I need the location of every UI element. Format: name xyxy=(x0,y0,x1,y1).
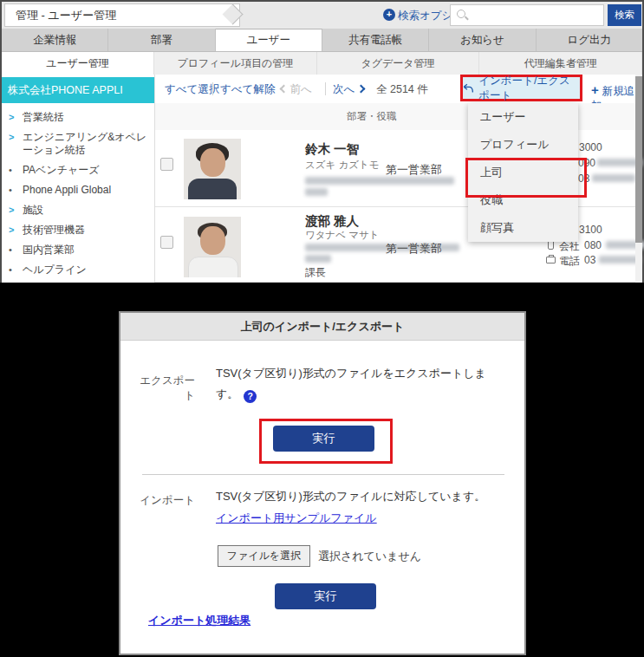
clear-all-link[interactable]: すべて解除 xyxy=(220,82,275,97)
sidebar-item-label: ヘルプライン xyxy=(23,263,87,276)
import-description: TSV(タブ区切り)形式のファイルに対応しています。 xyxy=(216,486,515,507)
sidebar-item-pa-ventures[interactable]: • PAベンチャーズ xyxy=(2,160,154,180)
reply-arrow-icon xyxy=(463,82,473,94)
subtab-tag-data[interactable]: タグデータ管理 xyxy=(317,52,480,75)
export-description: TSV(タブ区切り)形式のファイルをエクスポートします。? xyxy=(216,363,491,405)
plus-icon: + xyxy=(591,82,599,97)
import-export-modal: 上司のインポート/エクスポート エクスポート TSV(タブ区切り)形式のファイル… xyxy=(119,311,526,655)
bullet-icon: • xyxy=(9,263,12,276)
dropdown-item-profile[interactable]: プロフィール xyxy=(468,131,578,159)
modal-title: 上司のインポート/エクスポート xyxy=(120,313,524,341)
redacted-email xyxy=(305,255,331,263)
import-run-button[interactable]: 実行 xyxy=(275,583,376,609)
sidebar-item-label: Phone Appli Global xyxy=(23,184,111,196)
prev-page-button[interactable]: 前へ xyxy=(281,82,312,97)
divider xyxy=(212,82,213,95)
sidebar-item-label: エンジニアリング&オペレーション統括 xyxy=(23,131,146,156)
user-job-title: 課長 xyxy=(305,265,326,280)
extension-number: 3000 xyxy=(579,141,602,153)
sidebar-item-domestic-sales[interactable]: • 国内営業部 xyxy=(2,240,154,260)
sub-tab-bar: ユーザー管理 プロフィール項目の管理 タグデータ管理 代理編集者管理 xyxy=(2,52,642,75)
chevron-icon: > xyxy=(9,131,14,144)
export-run-button-highlight xyxy=(259,419,393,464)
sidebar-item-engineering[interactable]: > エンジニアリング&オペレーション統括 xyxy=(2,127,154,160)
main-tab-bar: 企業情報 部署 ユーザー 共有電話帳 お知らせ ログ出力 xyxy=(2,29,642,52)
column-dept-title: 部署・役職 xyxy=(347,110,397,123)
search-input[interactable] xyxy=(450,4,604,26)
export-section-label: エクスポート xyxy=(129,374,195,403)
user-photo xyxy=(184,139,241,199)
section-divider xyxy=(142,474,504,475)
row-checkbox[interactable] xyxy=(160,236,173,249)
tab-logout[interactable]: ログ出力 xyxy=(537,29,642,51)
subtab-user-management[interactable]: ユーザー管理 xyxy=(2,52,154,75)
list-toolbar: すべて選択 すべて解除 前へ 次へ 全 2514 件 インポート/エクスポート … xyxy=(155,75,642,103)
redacted-email xyxy=(305,188,328,196)
tab-shared-phonebook[interactable]: 共有電話帳 xyxy=(322,29,429,51)
divider xyxy=(325,82,326,95)
screenshot-stage: 管理 - ユーザー管理 + 検索オプション 検索 企業情報 部署 ユーザー 共有… xyxy=(0,0,644,657)
import-section-label: インポート xyxy=(129,493,195,508)
chevron-icon: > xyxy=(9,224,14,237)
bullet-icon: • xyxy=(9,164,12,177)
next-page-button[interactable]: 次へ xyxy=(333,82,364,97)
fax-icon xyxy=(546,257,556,263)
tab-department[interactable]: 部署 xyxy=(108,29,215,51)
extension-number: 3100 xyxy=(579,224,602,236)
row-separator xyxy=(155,282,642,283)
sidebar-item-equipment[interactable]: > 技術管理機器 xyxy=(2,220,154,240)
row-checkbox[interactable] xyxy=(160,158,173,171)
user-name[interactable]: 渡部 雅人 xyxy=(305,213,359,230)
sidebar-item-facilities[interactable]: > 施設 xyxy=(2,200,154,220)
subtab-profile-items[interactable]: プロフィール項目の管理 xyxy=(154,52,317,75)
chevron-icon: > xyxy=(9,111,14,124)
search-icon xyxy=(457,10,465,18)
tab-company-info[interactable]: 企業情報 xyxy=(2,29,108,51)
sample-file-link[interactable]: インポート用サンプルファイル xyxy=(216,511,377,526)
import-export-button[interactable]: インポート/エクスポート xyxy=(478,74,580,103)
select-all-link[interactable]: すべて選択 xyxy=(165,82,219,97)
supervisor-item-highlight xyxy=(465,158,587,198)
user-dept: 第一営業部 xyxy=(386,241,442,257)
sidebar-item-label: 施設 xyxy=(23,204,43,216)
subtab-proxy-editors[interactable]: 代理編集者管理 xyxy=(479,52,642,75)
admin-window: 管理 - ユーザー管理 + 検索オプション 検索 企業情報 部署 ユーザー 共有… xyxy=(0,0,644,283)
app-header-bar: 管理 - ユーザー管理 + 検索オプション 検索 xyxy=(2,2,642,29)
department-sidebar: 株式会社PHONE APPLI > 営業統括 > エンジニアリング&オペレーショ… xyxy=(2,75,155,283)
user-name[interactable]: 鈴木 一智 xyxy=(305,141,359,158)
breadcrumb: 管理 - ユーザー管理 xyxy=(4,3,240,27)
chevron-right-icon xyxy=(356,85,365,94)
sidebar-item-sales[interactable]: > 営業統括 xyxy=(2,107,154,127)
sidebar-item-global[interactable]: • Phone Appli Global xyxy=(2,180,154,200)
user-photo xyxy=(184,217,241,277)
user-kana: スズキ カズトモ xyxy=(305,159,380,172)
plus-circle-icon[interactable]: + xyxy=(383,9,395,21)
mobile-number: 080 xyxy=(584,239,602,251)
total-count: 全 2514 件 xyxy=(376,82,428,97)
import-result-link[interactable]: インポート処理結果 xyxy=(148,613,250,628)
scrollbar-thumb[interactable] xyxy=(635,76,642,243)
sidebar-item-helpline[interactable]: • ヘルプライン xyxy=(2,260,154,280)
sidebar-item-label: 国内営業部 xyxy=(23,244,75,256)
file-selected-status: 選択されていません xyxy=(318,549,421,564)
import-export-button-highlight: インポート/エクスポート xyxy=(460,75,582,101)
dropdown-item-user[interactable]: ユーザー xyxy=(468,103,578,131)
phone-label: 電話 xyxy=(559,254,580,269)
dropdown-item-face-photo[interactable]: 顔写真 xyxy=(468,214,578,242)
sidebar-item-label: 技術管理機器 xyxy=(23,224,85,236)
help-icon[interactable]: ? xyxy=(244,390,257,403)
sidebar-item-label: PAベンチャーズ xyxy=(23,164,100,176)
company-root-node[interactable]: 株式会社PHONE APPLI xyxy=(2,77,154,103)
chevron-icon: > xyxy=(9,204,14,217)
search-button[interactable]: 検索 xyxy=(608,4,641,26)
tab-user[interactable]: ユーザー xyxy=(216,29,322,51)
redacted-number xyxy=(599,256,641,263)
tab-notice[interactable]: お知らせ xyxy=(429,29,536,51)
user-kana: ワタナベ マサト xyxy=(305,229,380,242)
user-dept: 第一営業部 xyxy=(386,162,442,178)
sidebar-item-label: 営業統括 xyxy=(23,111,64,123)
redacted-email xyxy=(305,177,454,185)
file-select-button[interactable]: ファイルを選択 xyxy=(218,545,310,567)
bullet-icon: • xyxy=(9,244,12,257)
phone-number: 03 xyxy=(584,254,595,266)
